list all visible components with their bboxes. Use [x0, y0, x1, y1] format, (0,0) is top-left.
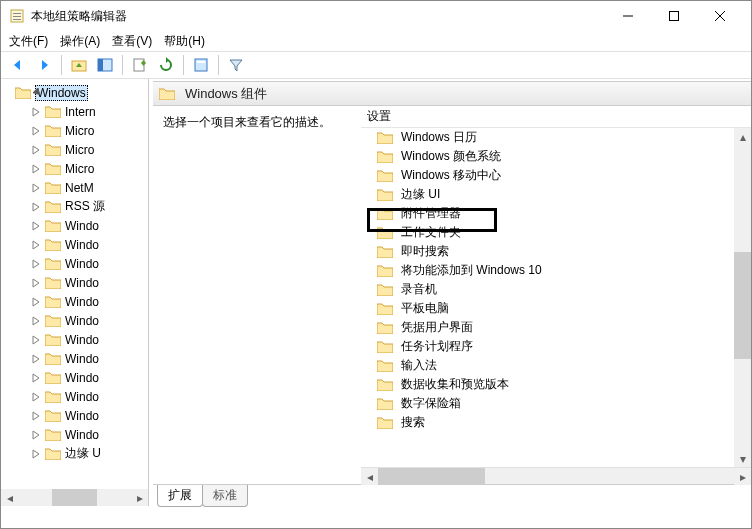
scroll-up-arrow[interactable]: ▴ — [734, 128, 751, 145]
list-item[interactable]: Windows 移动中心 — [361, 166, 751, 185]
menu-help[interactable]: 帮助(H) — [164, 33, 205, 50]
expand-icon[interactable] — [31, 201, 41, 211]
tree-item[interactable]: Windo — [1, 292, 148, 311]
minimize-button[interactable] — [605, 1, 651, 31]
list-vertical-scrollbar[interactable]: ▴ ▾ — [734, 128, 751, 467]
list-item[interactable]: 凭据用户界面 — [361, 318, 751, 337]
settings-list-pane: 设置 Windows 日历Windows 颜色系统Windows 移动中心边缘 … — [361, 106, 751, 484]
app-icon — [9, 8, 25, 24]
tree-item[interactable]: Windo — [1, 273, 148, 292]
expand-icon[interactable] — [31, 163, 41, 173]
scroll-down-arrow[interactable]: ▾ — [734, 450, 751, 467]
show-hide-button[interactable] — [94, 54, 116, 76]
tree-item[interactable]: Windo — [1, 368, 148, 387]
tree-horizontal-scrollbar[interactable]: ◂ ▸ — [1, 489, 148, 506]
scroll-right-arrow[interactable]: ▸ — [131, 489, 148, 506]
scroll-track[interactable] — [734, 145, 751, 450]
refresh-button[interactable] — [155, 54, 177, 76]
expand-icon[interactable] — [31, 106, 41, 116]
tree-item[interactable]: Windo — [1, 406, 148, 425]
tree-item[interactable]: NetM — [1, 178, 148, 197]
expand-icon[interactable] — [31, 144, 41, 154]
scroll-left-arrow[interactable]: ◂ — [1, 489, 18, 506]
tree-item[interactable]: Intern — [1, 102, 148, 121]
tree-item[interactable]: Windo — [1, 216, 148, 235]
expand-icon[interactable] — [31, 410, 41, 420]
tree-root[interactable]: Windows — [1, 83, 148, 102]
tree-item[interactable]: Windo — [1, 425, 148, 444]
expand-icon[interactable] — [31, 448, 41, 458]
folder-icon — [45, 238, 61, 251]
expand-icon[interactable] — [31, 391, 41, 401]
expand-icon[interactable] — [31, 334, 41, 344]
expand-icon[interactable] — [31, 277, 41, 287]
back-button[interactable] — [7, 54, 29, 76]
expand-icon[interactable] — [31, 315, 41, 325]
tree-item[interactable]: Micro — [1, 140, 148, 159]
column-header-settings[interactable]: 设置 — [361, 106, 751, 128]
list-item[interactable]: 附件管理器 — [361, 204, 751, 223]
export-button[interactable] — [129, 54, 151, 76]
list-item[interactable]: 任务计划程序 — [361, 337, 751, 356]
list-item[interactable]: 录音机 — [361, 280, 751, 299]
expand-icon[interactable] — [31, 239, 41, 249]
list-item[interactable]: 数据收集和预览版本 — [361, 375, 751, 394]
menu-action[interactable]: 操作(A) — [60, 33, 100, 50]
folder-icon — [45, 333, 61, 346]
expand-icon[interactable] — [31, 353, 41, 363]
forward-button[interactable] — [33, 54, 55, 76]
folder-icon — [377, 359, 393, 372]
tab-standard[interactable]: 标准 — [202, 485, 248, 507]
tree-item[interactable]: Micro — [1, 121, 148, 140]
details-header: Windows 组件 — [153, 82, 751, 106]
list-horizontal-scrollbar[interactable]: ◂ ▸ — [361, 467, 751, 484]
list-item[interactable]: 输入法 — [361, 356, 751, 375]
tree-item[interactable]: Windo — [1, 311, 148, 330]
menu-view[interactable]: 查看(V) — [112, 33, 152, 50]
expand-icon[interactable] — [31, 182, 41, 192]
list-item-label: 数字保险箱 — [401, 395, 461, 412]
expand-icon[interactable] — [31, 220, 41, 230]
list-item[interactable]: Windows 日历 — [361, 128, 751, 147]
list-item[interactable]: 边缘 UI — [361, 185, 751, 204]
expand-icon[interactable] — [31, 372, 41, 382]
list-item[interactable]: 平板电脑 — [361, 299, 751, 318]
list-item[interactable]: 数字保险箱 — [361, 394, 751, 413]
scroll-track[interactable] — [18, 489, 131, 506]
scroll-right-arrow[interactable]: ▸ — [734, 468, 751, 485]
tree-item[interactable]: 边缘 U — [1, 444, 148, 463]
list-item[interactable]: Windows 颜色系统 — [361, 147, 751, 166]
scroll-track[interactable] — [378, 468, 734, 484]
menu-file[interactable]: 文件(F) — [9, 33, 48, 50]
svg-rect-1 — [13, 13, 21, 14]
filter-button[interactable] — [225, 54, 247, 76]
folder-icon — [377, 283, 393, 296]
maximize-button[interactable] — [651, 1, 697, 31]
titlebar: 本地组策略编辑器 — [1, 1, 751, 31]
tree-item[interactable]: Micro — [1, 159, 148, 178]
up-button[interactable] — [68, 54, 90, 76]
expand-icon[interactable] — [31, 258, 41, 268]
expand-icon[interactable] — [31, 429, 41, 439]
list-item[interactable]: 搜索 — [361, 413, 751, 432]
close-button[interactable] — [697, 1, 743, 31]
tree-item[interactable]: Windo — [1, 349, 148, 368]
folder-icon — [377, 245, 393, 258]
properties-button[interactable] — [190, 54, 212, 76]
collapse-icon[interactable] — [33, 87, 43, 97]
tree-item[interactable]: Windo — [1, 254, 148, 273]
list-item[interactable]: 将功能添加到 Windows 10 — [361, 261, 751, 280]
tree-item[interactable]: Windo — [1, 235, 148, 254]
tree-item[interactable]: Windo — [1, 330, 148, 349]
tree-item[interactable]: RSS 源 — [1, 197, 148, 216]
tab-extended[interactable]: 扩展 — [157, 485, 203, 507]
scroll-left-arrow[interactable]: ◂ — [361, 468, 378, 485]
expand-icon[interactable] — [31, 296, 41, 306]
list-item[interactable]: 即时搜索 — [361, 242, 751, 261]
folder-icon — [377, 321, 393, 334]
tree-item-label: Micro — [65, 124, 94, 138]
expand-icon[interactable] — [31, 125, 41, 135]
tree-item-label: Windo — [65, 238, 99, 252]
tree-item[interactable]: Windo — [1, 387, 148, 406]
list-item[interactable]: 工作文件夹 — [361, 223, 751, 242]
